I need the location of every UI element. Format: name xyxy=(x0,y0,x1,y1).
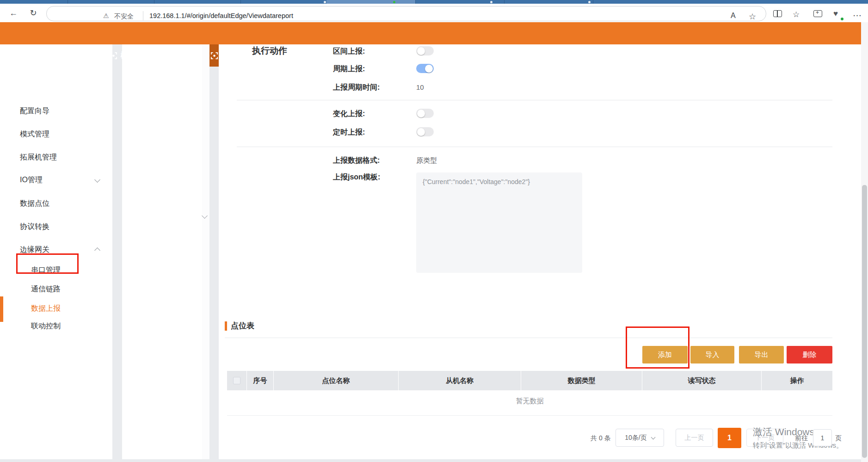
tab-favicon xyxy=(490,1,492,3)
section-execute-action: 执行动作 xyxy=(252,45,287,57)
tab-separator xyxy=(415,0,416,4)
current-page-button[interactable]: 1 xyxy=(718,428,741,448)
field-label-json-template: 上报json模板: xyxy=(333,172,380,182)
sidebar-item-linkage-control[interactable]: 联动控制 xyxy=(31,321,61,331)
refresh-icon[interactable]: ↻ xyxy=(27,7,40,18)
sidebar-item-io-management[interactable]: IO管理 xyxy=(20,175,43,185)
column-header-point-name: 点位名称 xyxy=(274,371,399,390)
chevron-down-icon[interactable] xyxy=(94,177,100,183)
divider xyxy=(225,338,832,338)
column-header-slave-name: 从机名称 xyxy=(399,371,521,390)
field-label-report-period: 上报周期时间: xyxy=(333,82,380,92)
collections-icon[interactable] xyxy=(813,10,822,17)
favorites-bar-icon[interactable]: ☆ xyxy=(793,10,800,19)
chevron-up-icon[interactable] xyxy=(94,247,100,253)
sidebar-item-comm-link[interactable]: 通信链路 xyxy=(31,284,61,294)
tab-separator xyxy=(154,0,154,4)
tab-separator xyxy=(593,0,593,4)
toggle-timed-report[interactable] xyxy=(416,127,434,136)
divider xyxy=(237,100,832,100)
json-template-textarea[interactable]: {"Current":"node1","Voltage":"node2"} xyxy=(416,172,582,273)
device-tree-panel xyxy=(122,44,209,459)
table-header-row: 序号 点位名称 从机名称 数据类型 读写状态 操作 xyxy=(227,371,832,390)
settings-more-icon[interactable]: … xyxy=(851,7,864,18)
section-accent-bar xyxy=(225,321,227,331)
toggle-interval-report[interactable] xyxy=(416,46,434,55)
essentials-status-dot xyxy=(841,18,843,20)
sidebar-item-data-points[interactable]: 数据点位 xyxy=(20,198,49,209)
page-size-select[interactable]: 10条/页 xyxy=(616,429,664,447)
empty-table-text: 暂无数据 xyxy=(227,397,832,406)
tab-separator xyxy=(68,0,68,4)
back-icon[interactable]: ← xyxy=(7,7,20,18)
browser-toolbar: ← ↻ ⚠ 不安全 192.168.1.1/#/origin/defaultEd… xyxy=(0,4,868,22)
panel-scroll-track xyxy=(202,44,209,459)
field-label-data-format: 上报数据格式: xyxy=(333,155,380,166)
toggle-change-report[interactable] xyxy=(416,109,434,118)
address-bar-separator xyxy=(143,11,143,20)
tab-favicon xyxy=(393,1,395,3)
field-label-timed-report: 定时上报: xyxy=(333,127,365,137)
browser-tab-strip[interactable] xyxy=(0,0,868,4)
active-item-indicator xyxy=(0,296,3,322)
sidebar-item-mode-management[interactable]: 模式管理 xyxy=(20,129,49,139)
url-text[interactable]: 192.168.1.1/#/origin/defaultEdge/Viewdat… xyxy=(149,12,293,19)
add-button[interactable]: 添加 xyxy=(642,346,688,363)
chevron-down-icon xyxy=(651,435,655,439)
json-template-value: {"Current":"node1","Voltage":"node2"} xyxy=(423,177,575,186)
select-all-checkbox[interactable] xyxy=(233,377,240,384)
tab-favicon xyxy=(588,1,591,3)
field-label-interval-report: 区间上报: xyxy=(333,46,365,56)
app-navbar: 有人物联网 概览 网络 边缘计算 系统管理 English admin xyxy=(0,22,861,44)
import-button[interactable]: 导入 xyxy=(690,346,734,363)
report-period-value: 10 xyxy=(416,82,424,92)
page-unit-label: 页 xyxy=(835,434,842,443)
sidebar-item-data-report[interactable]: 数据上报 xyxy=(31,303,61,314)
export-button[interactable]: 导出 xyxy=(739,346,784,363)
prev-page-button[interactable]: 上一页 xyxy=(676,429,713,447)
column-header-data-type: 数据类型 xyxy=(521,371,642,390)
goto-label: 前往 xyxy=(795,434,808,443)
table-bottom-border xyxy=(227,415,832,416)
tab-favicon xyxy=(324,1,326,3)
tab-separator xyxy=(240,0,241,4)
column-header-actions: 操作 xyxy=(762,371,832,390)
divider xyxy=(237,147,832,147)
sidebar-item-expander-management[interactable]: 拓展机管理 xyxy=(20,152,57,162)
delete-button[interactable]: 删除 xyxy=(787,346,832,363)
section-points-table-title: 点位表 xyxy=(231,320,254,331)
tab-icon xyxy=(210,52,218,60)
address-bar[interactable]: ⚠ 不安全 192.168.1.1/#/origin/defaultEdge/V… xyxy=(46,6,766,21)
sidebar: 配置向导 模式管理 拓展机管理 IO管理 数据点位 协议转换 边缘网关 串口管理… xyxy=(0,44,112,459)
page-size-value: 10条/页 xyxy=(625,434,646,442)
tab-separator xyxy=(504,0,505,4)
table-header-checkbox-cell xyxy=(227,371,247,390)
browser-essentials-icon[interactable]: ♥ xyxy=(833,9,838,18)
column-header-rw-status: 读写状态 xyxy=(642,371,762,390)
total-count-label: 共 0 条 xyxy=(591,434,611,443)
screen: ← ↻ ⚠ 不安全 192.168.1.1/#/origin/defaultEd… xyxy=(0,0,868,462)
not-secure-label[interactable]: 不安全 xyxy=(114,12,134,21)
scrollbar-track[interactable] xyxy=(861,22,868,462)
toggle-periodic-report[interactable] xyxy=(416,64,434,73)
sidebar-item-serial-management[interactable]: 串口管理 xyxy=(31,265,61,275)
field-label-change-report: 变化上报: xyxy=(333,109,365,119)
sidebar-item-config-wizard[interactable]: 配置向导 xyxy=(20,106,49,116)
sidebar-item-edge-gateway[interactable]: 边缘网关 xyxy=(20,245,49,255)
data-format-value: 原类型 xyxy=(416,155,437,166)
sidebar-item-protocol-conversion[interactable]: 协议转换 xyxy=(20,222,49,232)
column-header-index: 序号 xyxy=(247,371,274,390)
not-secure-warning-icon: ⚠ xyxy=(103,12,109,19)
scrollbar-thumb[interactable] xyxy=(862,185,867,458)
favorite-star-icon[interactable]: ☆ xyxy=(749,12,756,22)
goto-page-input[interactable]: 1 xyxy=(813,429,832,446)
read-aloud-icon[interactable]: A xyxy=(731,12,736,20)
browser-active-tab[interactable] xyxy=(326,0,415,4)
field-label-periodic-report: 周期上报: xyxy=(333,64,365,74)
split-screen-icon[interactable] xyxy=(773,10,782,17)
